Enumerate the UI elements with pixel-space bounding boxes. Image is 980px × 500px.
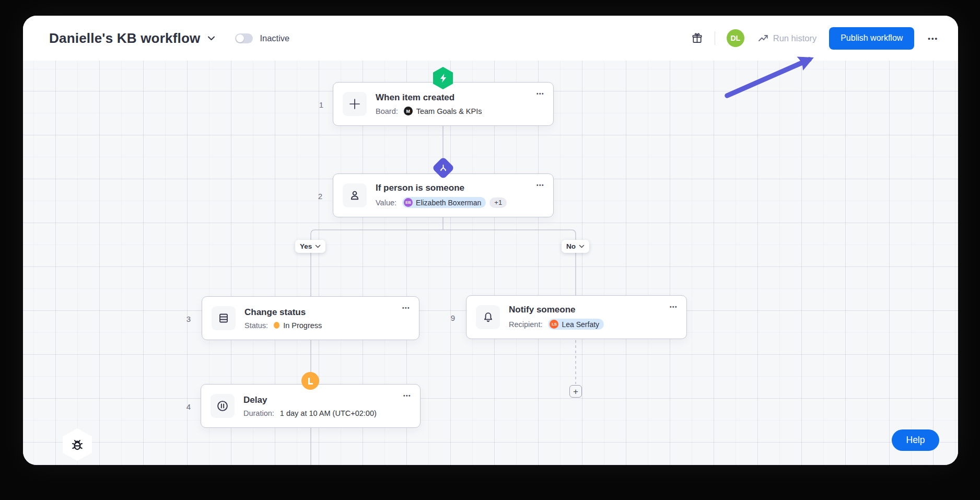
person-chip[interactable]: EB Elizabeth Boxerman (402, 197, 486, 208)
chevron-down-icon (315, 245, 321, 248)
node-more-icon[interactable]: ••• (536, 182, 544, 188)
status-value: In Progress (283, 321, 322, 330)
board-logo-icon: M (404, 107, 413, 115)
bell-icon (476, 305, 500, 329)
node-number: 2 (314, 192, 326, 201)
run-history-button[interactable]: Run history (758, 33, 816, 43)
status-label: Inactive (260, 33, 289, 43)
branch-yes-pill[interactable]: Yes (295, 240, 325, 253)
page-title: Danielle's KB workflow (49, 30, 200, 46)
person-name: Elizabeth Boxerman (416, 199, 481, 207)
person-chip[interactable]: LS Lea Serfaty (548, 319, 604, 330)
chevron-down-icon[interactable] (207, 36, 215, 41)
node-more-icon[interactable]: ••• (670, 304, 678, 310)
trending-up-icon (758, 34, 768, 42)
help-button[interactable]: Help (892, 429, 939, 451)
field-label: Status: (244, 321, 268, 330)
extra-people-chip[interactable]: +1 (489, 197, 507, 208)
node-number: 3 (183, 315, 194, 323)
field-label: Duration: (243, 409, 274, 417)
branch-no-label: No (566, 242, 576, 250)
node-more-icon[interactable]: ••• (536, 91, 544, 97)
avatar[interactable]: DL (727, 29, 744, 47)
node-number: 1 (316, 100, 327, 109)
toggle-knob (236, 34, 244, 42)
run-history-label: Run history (773, 33, 816, 43)
person-icon (343, 183, 367, 207)
person-name: Lea Serfaty (562, 320, 599, 329)
node-more-icon[interactable]: ••• (402, 305, 410, 311)
field-label: Value: (376, 199, 396, 207)
node-if-person-is-someone[interactable]: If person is someone Value: EB Elizabeth… (333, 173, 554, 217)
workflow-active-toggle[interactable] (235, 33, 253, 43)
delay-badge (301, 372, 319, 390)
node-number: 4 (183, 402, 194, 411)
add-trigger-icon (343, 92, 367, 116)
branch-fork-icon (439, 164, 448, 173)
node-delay[interactable]: Delay Duration: 1 day at 10 AM (UTC+02:0… (201, 384, 421, 428)
field-label: Recipient: (509, 320, 542, 329)
branch-no-pill[interactable]: No (562, 240, 589, 253)
more-options-icon[interactable]: ••• (928, 34, 938, 42)
pause-circle-icon (211, 394, 235, 418)
chevron-down-icon (579, 245, 585, 248)
board-name: Team Goals & KPIs (416, 107, 482, 115)
lightning-bolt-icon (439, 73, 448, 83)
node-title: When item created (376, 92, 482, 103)
node-more-icon[interactable]: ••• (403, 393, 411, 399)
node-number: 9 (447, 313, 459, 322)
node-title: Notify someone (509, 305, 604, 315)
workflow-builder-window: Danielle's KB workflow Inactive DL Run h… (23, 16, 958, 465)
node-title: Change status (244, 307, 322, 318)
add-step-button[interactable]: + (569, 385, 582, 398)
person-avatar: EB (404, 198, 413, 207)
status-color-dot (274, 322, 279, 329)
person-avatar: LS (550, 320, 558, 329)
node-title: If person is someone (376, 183, 507, 193)
node-title: Delay (243, 395, 377, 405)
status-column-icon (212, 306, 236, 330)
bug-icon (70, 437, 85, 452)
duration-value: 1 day at 10 AM (UTC+02:00) (280, 409, 377, 417)
field-label: Board: (376, 107, 398, 115)
node-notify-someone[interactable]: Notify someone Recipient: LS Lea Serfaty… (466, 295, 687, 339)
header: Danielle's KB workflow Inactive DL Run h… (23, 16, 958, 61)
header-divider (715, 31, 715, 45)
gift-icon[interactable] (691, 32, 703, 44)
clock-icon (308, 378, 313, 385)
node-change-status[interactable]: Change status Status: In Progress ••• (202, 296, 419, 340)
publish-workflow-button[interactable]: Publish workflow (829, 27, 914, 50)
branch-yes-label: Yes (300, 242, 312, 250)
